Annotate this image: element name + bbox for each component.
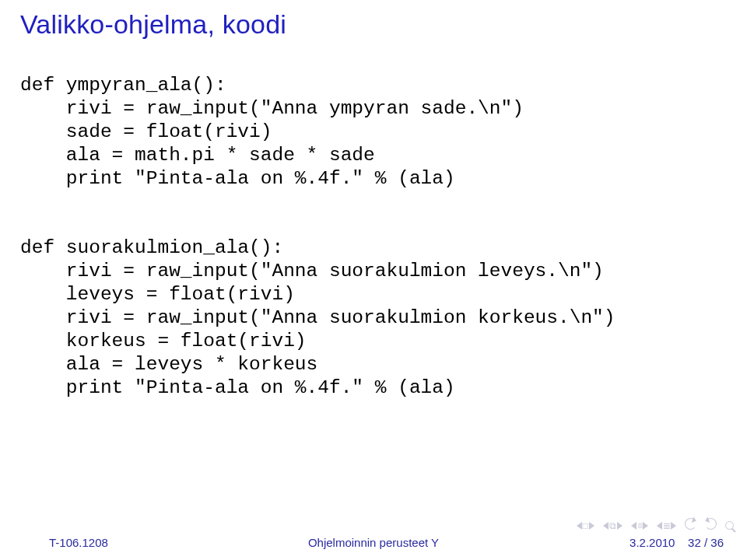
redo-icon bbox=[705, 518, 717, 530]
frame-icon: ⧉ bbox=[609, 521, 616, 530]
triangle-right-icon bbox=[589, 522, 594, 530]
bars-icon: ≡ bbox=[637, 521, 642, 530]
page-total: 36 bbox=[710, 536, 724, 549]
nav-first-group[interactable]: □ bbox=[577, 521, 594, 530]
slide-footer: T-106.1208 Ohjelmoinnin perusteet Y 3.2.… bbox=[0, 533, 747, 551]
box-icon: □ bbox=[583, 521, 588, 530]
page-sep: / bbox=[701, 536, 711, 549]
slide-title: Valikko-ohjelma, koodi bbox=[20, 9, 727, 40]
beamer-nav-bar: □ ⧉ ≡ ≣ bbox=[577, 518, 734, 533]
triangle-left-icon bbox=[631, 522, 637, 530]
undo-icon bbox=[685, 518, 696, 530]
nav-frame-group[interactable]: ⧉ bbox=[603, 521, 622, 530]
triangle-right-icon bbox=[617, 522, 622, 530]
triangle-left-icon bbox=[577, 522, 582, 530]
slide: Valikko-ohjelma, koodi def ympyran_ala()… bbox=[0, 0, 747, 560]
triangle-left-icon bbox=[603, 522, 608, 530]
nav-back-button[interactable] bbox=[685, 518, 696, 533]
footer-date: 3.2.2010 bbox=[630, 536, 675, 549]
code-block-1: def ympyran_ala(): rivi = raw_input("Ann… bbox=[20, 74, 727, 190]
nav-subsection-group[interactable]: ≣ bbox=[657, 521, 676, 530]
bars-dense-icon: ≣ bbox=[663, 521, 670, 530]
nav-section-group[interactable]: ≡ bbox=[631, 521, 648, 530]
triangle-right-icon bbox=[671, 522, 676, 530]
page-current: 32 bbox=[688, 536, 701, 549]
triangle-right-icon bbox=[643, 522, 648, 530]
nav-search-button[interactable] bbox=[725, 519, 734, 533]
footer-right: 3.2.2010 32 / 36 bbox=[630, 536, 724, 549]
code-block-2: def suorakulmion_ala(): rivi = raw_input… bbox=[20, 236, 727, 399]
triangle-left-icon bbox=[657, 522, 662, 530]
search-icon bbox=[725, 521, 734, 530]
nav-forward-button[interactable] bbox=[705, 518, 717, 533]
